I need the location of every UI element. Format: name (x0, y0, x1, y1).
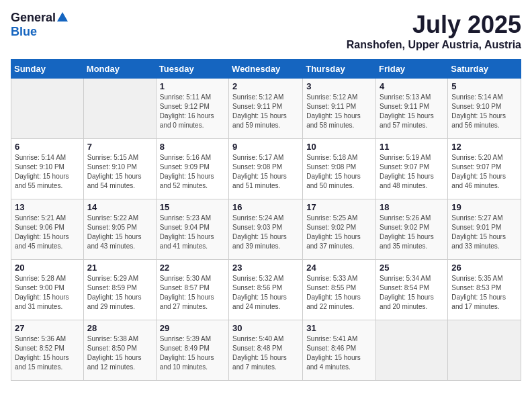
day-info: Sunrise: 5:28 AMSunset: 9:00 PMDaylight:… (15, 274, 80, 312)
day-info: Sunrise: 5:15 AMSunset: 9:10 PMDaylight:… (87, 153, 152, 191)
day-info: Sunrise: 5:25 AMSunset: 9:02 PMDaylight:… (306, 214, 372, 251)
day-info: Sunrise: 5:33 AMSunset: 8:55 PMDaylight:… (306, 274, 372, 312)
page-header: General Blue July 2025 Ranshofen, Upper … (11, 11, 521, 51)
day-info: Sunrise: 5:41 AMSunset: 8:46 PMDaylight:… (306, 334, 372, 372)
table-row: 13Sunrise: 5:21 AMSunset: 9:06 PMDayligh… (11, 199, 84, 260)
table-row: 12Sunrise: 5:20 AMSunset: 9:07 PMDayligh… (448, 139, 521, 199)
day-number: 31 (306, 323, 372, 333)
table-row: 17Sunrise: 5:25 AMSunset: 9:02 PMDayligh… (303, 199, 376, 260)
day-number: 9 (232, 142, 299, 152)
day-info: Sunrise: 5:32 AMSunset: 8:56 PMDaylight:… (232, 274, 299, 312)
calendar-week-row: 6Sunrise: 5:14 AMSunset: 9:10 PMDaylight… (11, 139, 521, 199)
day-info: Sunrise: 5:30 AMSunset: 8:57 PMDaylight:… (160, 274, 225, 312)
day-number: 15 (160, 202, 225, 212)
logo-icon (57, 12, 68, 21)
table-row: 4Sunrise: 5:13 AMSunset: 9:11 PMDaylight… (376, 79, 448, 139)
col-thursday: Thursday (303, 60, 376, 79)
day-info: Sunrise: 5:29 AMSunset: 8:59 PMDaylight:… (87, 274, 152, 312)
day-info: Sunrise: 5:34 AMSunset: 8:54 PMDaylight:… (380, 274, 444, 312)
table-row: 2Sunrise: 5:12 AMSunset: 9:11 PMDaylight… (229, 79, 303, 139)
day-number: 6 (15, 142, 80, 152)
day-number: 1 (160, 81, 225, 91)
table-row: 10Sunrise: 5:18 AMSunset: 9:08 PMDayligh… (303, 139, 376, 199)
day-info: Sunrise: 5:14 AMSunset: 9:10 PMDaylight:… (15, 153, 80, 191)
day-info: Sunrise: 5:18 AMSunset: 9:08 PMDaylight:… (306, 153, 372, 191)
day-info: Sunrise: 5:11 AMSunset: 9:12 PMDaylight:… (160, 93, 225, 130)
day-info: Sunrise: 5:19 AMSunset: 9:07 PMDaylight:… (380, 153, 444, 191)
day-number: 14 (87, 202, 152, 212)
location-title: Ranshofen, Upper Austria, Austria (347, 39, 521, 51)
calendar-week-row: 13Sunrise: 5:21 AMSunset: 9:06 PMDayligh… (11, 199, 521, 260)
calendar-week-row: 27Sunrise: 5:36 AMSunset: 8:52 PMDayligh… (11, 320, 521, 381)
day-number: 13 (15, 202, 80, 212)
table-row: 31Sunrise: 5:41 AMSunset: 8:46 PMDayligh… (303, 320, 376, 381)
table-row: 23Sunrise: 5:32 AMSunset: 8:56 PMDayligh… (229, 260, 303, 320)
day-number: 18 (380, 202, 444, 212)
col-friday: Friday (376, 60, 448, 79)
calendar-week-row: 1Sunrise: 5:11 AMSunset: 9:12 PMDaylight… (11, 79, 521, 139)
table-row: 14Sunrise: 5:22 AMSunset: 9:05 PMDayligh… (83, 199, 156, 260)
day-info: Sunrise: 5:12 AMSunset: 9:11 PMDaylight:… (232, 93, 299, 130)
svg-marker-0 (57, 12, 68, 21)
col-saturday: Saturday (448, 60, 521, 79)
day-number: 30 (232, 323, 299, 333)
day-number: 12 (451, 142, 517, 152)
table-row (448, 320, 521, 381)
day-info: Sunrise: 5:13 AMSunset: 9:11 PMDaylight:… (380, 93, 444, 130)
day-number: 25 (380, 263, 444, 273)
day-number: 17 (306, 202, 372, 212)
title-area: July 2025 Ranshofen, Upper Austria, Aust… (347, 11, 521, 51)
table-row: 18Sunrise: 5:26 AMSunset: 9:02 PMDayligh… (376, 199, 448, 260)
day-number: 10 (306, 142, 372, 152)
day-number: 23 (232, 263, 299, 273)
day-number: 2 (232, 81, 299, 91)
day-info: Sunrise: 5:36 AMSunset: 8:52 PMDaylight:… (15, 334, 80, 372)
logo: General Blue (11, 11, 68, 39)
month-title: July 2025 (347, 11, 521, 39)
day-info: Sunrise: 5:23 AMSunset: 9:04 PMDaylight:… (160, 214, 225, 251)
day-number: 4 (380, 81, 444, 91)
table-row (11, 79, 84, 139)
day-info: Sunrise: 5:17 AMSunset: 9:08 PMDaylight:… (232, 153, 299, 191)
table-row: 30Sunrise: 5:40 AMSunset: 8:48 PMDayligh… (229, 320, 303, 381)
calendar-table: Sunday Monday Tuesday Wednesday Thursday… (11, 59, 521, 381)
day-number: 24 (306, 263, 372, 273)
table-row: 25Sunrise: 5:34 AMSunset: 8:54 PMDayligh… (376, 260, 448, 320)
table-row: 8Sunrise: 5:16 AMSunset: 9:09 PMDaylight… (156, 139, 228, 199)
table-row: 24Sunrise: 5:33 AMSunset: 8:55 PMDayligh… (303, 260, 376, 320)
table-row (376, 320, 448, 381)
day-number: 28 (87, 323, 152, 333)
table-row: 9Sunrise: 5:17 AMSunset: 9:08 PMDaylight… (229, 139, 303, 199)
day-number: 19 (451, 202, 517, 212)
day-info: Sunrise: 5:12 AMSunset: 9:11 PMDaylight:… (306, 93, 372, 130)
day-number: 8 (160, 142, 225, 152)
table-row: 7Sunrise: 5:15 AMSunset: 9:10 PMDaylight… (83, 139, 156, 199)
day-info: Sunrise: 5:39 AMSunset: 8:49 PMDaylight:… (160, 334, 225, 372)
day-number: 3 (306, 81, 372, 91)
table-row: 15Sunrise: 5:23 AMSunset: 9:04 PMDayligh… (156, 199, 228, 260)
table-row: 29Sunrise: 5:39 AMSunset: 8:49 PMDayligh… (156, 320, 228, 381)
col-monday: Monday (83, 60, 156, 79)
day-number: 5 (451, 81, 517, 91)
table-row: 3Sunrise: 5:12 AMSunset: 9:11 PMDaylight… (303, 79, 376, 139)
col-tuesday: Tuesday (156, 60, 228, 79)
day-number: 22 (160, 263, 225, 273)
table-row: 1Sunrise: 5:11 AMSunset: 9:12 PMDaylight… (156, 79, 228, 139)
day-number: 20 (15, 263, 80, 273)
table-row: 20Sunrise: 5:28 AMSunset: 9:00 PMDayligh… (11, 260, 84, 320)
day-number: 7 (87, 142, 152, 152)
table-row: 19Sunrise: 5:27 AMSunset: 9:01 PMDayligh… (448, 199, 521, 260)
table-row: 16Sunrise: 5:24 AMSunset: 9:03 PMDayligh… (229, 199, 303, 260)
calendar-header-row: Sunday Monday Tuesday Wednesday Thursday… (11, 60, 521, 79)
col-sunday: Sunday (11, 60, 84, 79)
table-row: 21Sunrise: 5:29 AMSunset: 8:59 PMDayligh… (83, 260, 156, 320)
table-row: 27Sunrise: 5:36 AMSunset: 8:52 PMDayligh… (11, 320, 84, 381)
col-wednesday: Wednesday (229, 60, 303, 79)
day-number: 26 (451, 263, 517, 273)
day-info: Sunrise: 5:26 AMSunset: 9:02 PMDaylight:… (380, 214, 444, 251)
table-row: 28Sunrise: 5:38 AMSunset: 8:50 PMDayligh… (83, 320, 156, 381)
table-row: 26Sunrise: 5:35 AMSunset: 8:53 PMDayligh… (448, 260, 521, 320)
table-row: 22Sunrise: 5:30 AMSunset: 8:57 PMDayligh… (156, 260, 228, 320)
day-info: Sunrise: 5:16 AMSunset: 9:09 PMDaylight:… (160, 153, 225, 191)
table-row: 5Sunrise: 5:14 AMSunset: 9:10 PMDaylight… (448, 79, 521, 139)
